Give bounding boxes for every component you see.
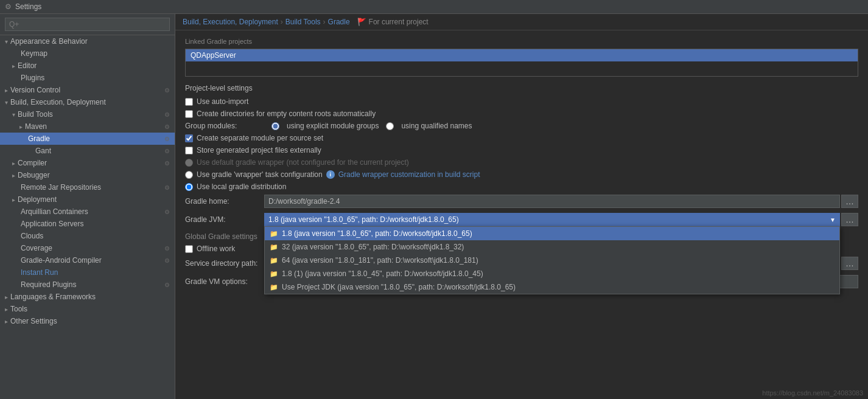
sidebar-item-label-deployment: Deployment (18, 195, 170, 204)
sidebar-item-coverage[interactable]: Coverage⚙ (0, 242, 175, 254)
sidebar-item-clouds[interactable]: Clouds (0, 230, 175, 242)
linked-project-item[interactable]: QDAppServer (186, 49, 858, 61)
gradle-jvm-dropdown-wrap: 1.8 (java version "1.8.0_65", path: D:/w… (264, 213, 840, 226)
gradle-home-browse-button[interactable]: … (841, 195, 858, 208)
sidebar-item-keymap[interactable]: Keymap (0, 47, 175, 60)
sidebar-item-label-gant: Gant (35, 147, 164, 155)
service-dir-browse-button[interactable]: … (841, 257, 858, 270)
project-settings-title: Project-level settings (185, 84, 858, 92)
radio-default-wrapper[interactable] (185, 159, 193, 167)
sidebar-item-build-execution-deployment[interactable]: ▾Build, Execution, Deployment (0, 96, 175, 108)
sidebar-item-application-servers[interactable]: Application Servers (0, 218, 175, 230)
offline-work-label: Offline work (197, 245, 235, 253)
chevron-down-icon: ▼ (830, 217, 836, 223)
create-separate-module-label: Create separate module per source set (197, 134, 323, 142)
sidebar-item-deployment[interactable]: ▸Deployment (0, 193, 175, 206)
breadcrumb: Build, Execution, Deployment › Build Too… (175, 14, 868, 30)
create-separate-module-checkbox[interactable] (185, 134, 193, 142)
breadcrumb-part-1[interactable]: Build, Execution, Deployment (183, 18, 278, 26)
sidebar-item-gant[interactable]: Gant⚙ (0, 145, 175, 157)
sidebar-item-required-plugins[interactable]: Required Plugins⚙ (0, 279, 175, 291)
sidebar-item-remote-jar-repositories[interactable]: Remote Jar Repositories⚙ (0, 181, 175, 193)
sidebar-item-label-arquillian-containers: Arquillian Containers (21, 207, 164, 216)
sidebar-item-gradle-android-compiler[interactable]: Gradle-Android Compiler⚙ (0, 254, 175, 266)
folder-icon-2: 📁 (270, 257, 278, 265)
sidebar-item-compiler[interactable]: ▸Compiler⚙ (0, 157, 175, 169)
sidebar-item-label-gradle: Gradle (28, 134, 164, 143)
sidebar-item-label-languages-frameworks: Languages & Frameworks (10, 293, 170, 301)
folder-icon-3: 📁 (270, 270, 278, 278)
sidebar-item-tools[interactable]: ▸Tools (0, 303, 175, 315)
settings-icon-gradle-android-compiler: ⚙ (164, 257, 170, 264)
create-separate-module-row: Create separate module per source set (185, 134, 858, 142)
sidebar-item-gradle[interactable]: Gradle⚙ (0, 133, 175, 145)
info-icon[interactable]: i (326, 170, 335, 179)
use-auto-import-checkbox[interactable] (185, 98, 193, 106)
wrapper-link[interactable]: Gradle wrapper customization in build sc… (338, 170, 480, 179)
jvm-option-4-text: Use Project JDK (java version "1.8.0_65"… (282, 283, 516, 291)
settings-icon-arquillian-containers: ⚙ (164, 209, 170, 215)
gradle-jvm-dropdown[interactable]: 1.8 (java version "1.8.0_65", path: D:/w… (264, 213, 840, 226)
sidebar-item-maven[interactable]: ▸Maven⚙ (0, 120, 175, 133)
expand-arrow-editor: ▸ (12, 63, 15, 69)
sidebar-item-plugins[interactable]: Plugins (0, 72, 175, 84)
expand-arrow-build-execution-deployment: ▾ (5, 99, 8, 106)
radio-explicit-groups[interactable] (271, 122, 279, 130)
sidebar-item-arquillian-containers[interactable]: Arquillian Containers⚙ (0, 206, 175, 218)
sidebar-item-label-instant-run: Instant Run (21, 268, 170, 277)
settings-icon-gant: ⚙ (164, 148, 170, 154)
group-modules-row: Group modules: using explicit module gro… (185, 122, 858, 130)
jvm-option-3[interactable]: 📁 1.8 (1) (java version "1.8.0_45", path… (265, 267, 839, 280)
breadcrumb-part-2[interactable]: Build Tools (285, 18, 321, 26)
jvm-option-1[interactable]: 📁 32 (java version "1.8.0_65", path: D:\… (265, 240, 839, 254)
gradle-jvm-browse-button[interactable]: … (841, 213, 858, 226)
settings-icon-build-tools: ⚙ (164, 111, 170, 118)
radio-local-gradle[interactable] (185, 183, 193, 191)
sidebar-item-other-settings[interactable]: ▸Other Settings (0, 315, 175, 327)
breadcrumb-sep-1: › (281, 18, 283, 26)
sidebar-item-label-editor: Editor (18, 61, 170, 70)
jvm-option-0[interactable]: 📁 1.8 (java version "1.8.0_65", path: D:… (265, 227, 839, 240)
jvm-option-0-text: 1.8 (java version "1.8.0_65", path: D:/w… (282, 229, 472, 238)
sidebar-item-build-tools[interactable]: ▾Build Tools⚙ (0, 108, 175, 120)
sidebar-item-languages-frameworks[interactable]: ▸Languages & Frameworks (0, 291, 175, 303)
main-layout: ▾Appearance & BehaviorKeymap▸EditorPlugi… (0, 14, 868, 399)
offline-work-checkbox[interactable] (185, 245, 193, 253)
jvm-option-4[interactable]: 📁 Use Project JDK (java version "1.8.0_6… (265, 280, 839, 294)
sidebar-item-debugger[interactable]: ▸Debugger (0, 169, 175, 181)
search-input[interactable] (5, 18, 170, 31)
sidebar-item-instant-run[interactable]: Instant Run (0, 266, 175, 279)
service-dir-label: Service directory path: (185, 259, 264, 268)
sidebar-item-label-maven: Maven (25, 122, 164, 131)
use-auto-import-label: Use auto-import (197, 97, 248, 106)
sidebar-item-label-application-servers: Application Servers (21, 220, 170, 228)
expand-arrow-compiler: ▸ (12, 160, 15, 167)
sidebar-item-appearance-behavior[interactable]: ▾Appearance & Behavior (0, 35, 175, 47)
use-wrapper-task-row: Use gradle 'wrapper' task configuration … (185, 170, 858, 179)
create-dirs-row: Create directories for empty content roo… (185, 109, 858, 118)
sidebar-item-version-control[interactable]: ▸Version Control⚙ (0, 84, 175, 96)
use-local-gradle-row: Use local gradle distribution (185, 182, 858, 191)
gradle-jvm-label: Gradle JVM: (185, 215, 264, 224)
jvm-option-2[interactable]: 📁 64 (java version "1.8.0_181", path: D:… (265, 254, 839, 267)
breadcrumb-current: Gradle (328, 18, 350, 26)
expand-arrow-other-settings: ▸ (5, 318, 8, 325)
jvm-option-2-text: 64 (java version "1.8.0_181", path: D:\w… (282, 256, 478, 265)
jvm-option-1-text: 32 (java version "1.8.0_65", path: D:\wo… (282, 243, 464, 251)
store-generated-checkbox[interactable] (185, 147, 193, 154)
create-dirs-checkbox[interactable] (185, 110, 193, 118)
expand-arrow-maven: ▸ (19, 123, 23, 130)
sidebar: ▾Appearance & BehaviorKeymap▸EditorPlugi… (0, 14, 175, 399)
gradle-home-input[interactable] (264, 195, 840, 208)
sidebar-item-label-clouds: Clouds (21, 232, 170, 240)
linked-projects-empty (186, 61, 858, 76)
gradle-jvm-dropdown-menu: 📁 1.8 (java version "1.8.0_65", path: D:… (264, 226, 840, 294)
create-dirs-label: Create directories for empty content roo… (197, 109, 376, 118)
group-modules-label: Group modules: (185, 122, 264, 130)
radio-qualified-names[interactable] (386, 122, 394, 130)
expand-arrow-deployment: ▸ (12, 196, 15, 203)
radio-wrapper-task[interactable] (185, 171, 193, 179)
use-default-wrapper-row: Use default gradle wrapper (not configur… (185, 158, 858, 167)
breadcrumb-sep-2: › (323, 18, 326, 26)
sidebar-item-editor[interactable]: ▸Editor (0, 60, 175, 72)
